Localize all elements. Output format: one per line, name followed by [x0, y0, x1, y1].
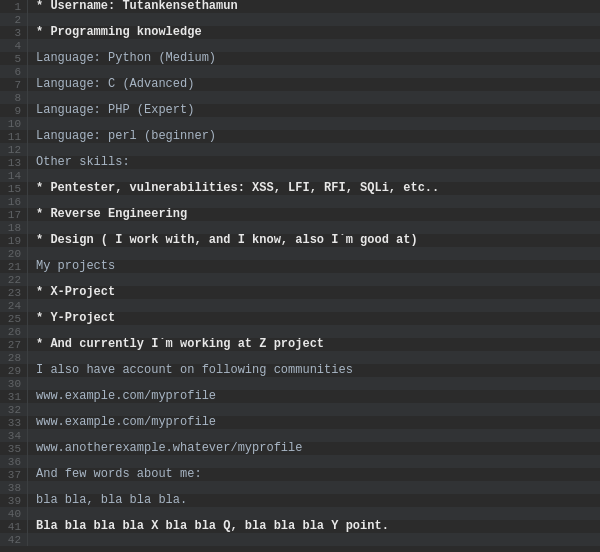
editor-line: 17* Reverse Engineering	[0, 208, 600, 221]
editor-line: 42	[0, 533, 600, 546]
line-number: 13	[0, 156, 28, 169]
line-content: * X-Project	[34, 286, 600, 299]
line-content: * Programming knowledge	[34, 26, 600, 39]
editor-line: 40	[0, 507, 600, 520]
code-editor: 1* Username: Tutankensethamun23* Program…	[0, 0, 600, 552]
line-number: 30	[0, 377, 28, 390]
line-number: 36	[0, 455, 28, 468]
line-number: 6	[0, 65, 28, 78]
line-content: * Design ( I work with, and I know, also…	[34, 234, 600, 247]
line-number: 7	[0, 78, 28, 91]
line-number: 3	[0, 26, 28, 39]
line-content: Other skills:	[34, 156, 600, 169]
editor-line: 1* Username: Tutankensethamun	[0, 0, 600, 13]
line-number: 1	[0, 0, 28, 13]
editor-line: 27* And currently I`m working at Z proje…	[0, 338, 600, 351]
editor-line: 31www.example.com/myprofile	[0, 390, 600, 403]
editor-line: 24	[0, 299, 600, 312]
line-number: 12	[0, 143, 28, 156]
line-content: * Y-Project	[34, 312, 600, 325]
editor-line: 14	[0, 169, 600, 182]
line-number: 34	[0, 429, 28, 442]
line-content: * And currently I`m working at Z project	[34, 338, 600, 351]
editor-line: 8	[0, 91, 600, 104]
line-number: 23	[0, 286, 28, 299]
line-content: I also have account on following communi…	[34, 364, 600, 377]
line-number: 37	[0, 468, 28, 481]
line-number: 9	[0, 104, 28, 117]
line-number: 25	[0, 312, 28, 325]
editor-line: 20	[0, 247, 600, 260]
line-content: www.example.com/myprofile	[34, 416, 600, 429]
line-number: 2	[0, 13, 28, 26]
line-number: 38	[0, 481, 28, 494]
line-number: 5	[0, 52, 28, 65]
editor-line: 39bla bla, bla bla bla.	[0, 494, 600, 507]
editor-line: 2	[0, 13, 600, 26]
line-content: www.example.com/myprofile	[34, 390, 600, 403]
editor-line: 4	[0, 39, 600, 52]
editor-line: 29I also have account on following commu…	[0, 364, 600, 377]
line-content: And few words about me:	[34, 468, 600, 481]
line-content: Language: PHP (Expert)	[34, 104, 600, 117]
editor-line: 33www.example.com/myprofile	[0, 416, 600, 429]
line-number: 22	[0, 273, 28, 286]
line-content: www.anotherexample.whatever/myprofile	[34, 442, 600, 455]
editor-line: 30	[0, 377, 600, 390]
line-number: 28	[0, 351, 28, 364]
line-number: 31	[0, 390, 28, 403]
editor-line: 37And few words about me:	[0, 468, 600, 481]
editor-line: 12	[0, 143, 600, 156]
editor-line: 35www.anotherexample.whatever/myprofile	[0, 442, 600, 455]
editor-line: 34	[0, 429, 600, 442]
editor-line: 10	[0, 117, 600, 130]
line-number: 33	[0, 416, 28, 429]
line-number: 35	[0, 442, 28, 455]
editor-line: 16	[0, 195, 600, 208]
editor-line: 36	[0, 455, 600, 468]
line-content: * Reverse Engineering	[34, 208, 600, 221]
editor-line: 21My projects	[0, 260, 600, 273]
line-number: 21	[0, 260, 28, 273]
line-number: 42	[0, 533, 28, 546]
editor-line: 5Language: Python (Medium)	[0, 52, 600, 65]
editor-line: 13Other skills:	[0, 156, 600, 169]
line-number: 20	[0, 247, 28, 260]
line-number: 16	[0, 195, 28, 208]
line-number: 39	[0, 494, 28, 507]
editor-line: 11Language: perl (beginner)	[0, 130, 600, 143]
line-content: * Username: Tutankensethamun	[34, 0, 600, 13]
editor-line: 15* Pentester, vulnerabilities: XSS, LFI…	[0, 182, 600, 195]
editor-line: 28	[0, 351, 600, 364]
editor-line: 3* Programming knowledge	[0, 26, 600, 39]
line-number: 8	[0, 91, 28, 104]
editor-line: 9Language: PHP (Expert)	[0, 104, 600, 117]
editor-line: 38	[0, 481, 600, 494]
line-number: 18	[0, 221, 28, 234]
line-content: * Pentester, vulnerabilities: XSS, LFI, …	[34, 182, 600, 195]
editor-line: 26	[0, 325, 600, 338]
editor-line: 32	[0, 403, 600, 416]
editor-line: 7Language: C (Advanced)	[0, 78, 600, 91]
line-content: bla bla, bla bla bla.	[34, 494, 600, 507]
line-number: 40	[0, 507, 28, 520]
editor-line: 19* Design ( I work with, and I know, al…	[0, 234, 600, 247]
editor-line: 18	[0, 221, 600, 234]
line-content: Language: perl (beginner)	[34, 130, 600, 143]
line-number: 14	[0, 169, 28, 182]
line-number: 27	[0, 338, 28, 351]
editor-line: 22	[0, 273, 600, 286]
line-number: 11	[0, 130, 28, 143]
editor-line: 23* X-Project	[0, 286, 600, 299]
editor-line: 6	[0, 65, 600, 78]
line-number: 32	[0, 403, 28, 416]
editor-line: 41Bla bla bla bla X bla bla Q, bla bla b…	[0, 520, 600, 533]
line-content: Language: Python (Medium)	[34, 52, 600, 65]
editor-line: 25* Y-Project	[0, 312, 600, 325]
line-content: Bla bla bla bla X bla bla Q, bla bla bla…	[34, 520, 600, 533]
line-content: My projects	[34, 260, 600, 273]
line-number: 15	[0, 182, 28, 195]
line-number: 10	[0, 117, 28, 130]
line-number: 24	[0, 299, 28, 312]
line-number: 29	[0, 364, 28, 377]
